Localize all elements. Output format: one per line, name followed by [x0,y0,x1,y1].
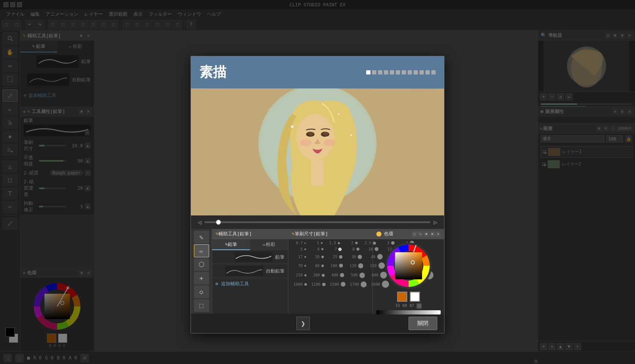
bs-20[interactable] [321,256,324,258]
svg-point-30 [338,113,340,115]
dot-9[interactable] [420,70,424,74]
modal-subtool-panel: ✎ 輔助工具[鉛筆] ✎ 鉛筆 ✏ 粉彩 [212,229,288,314]
modal-color-swatches [397,292,420,302]
bs-1200[interactable] [322,283,326,286]
modal-tool-shape[interactable]: ◇ [194,285,209,298]
bs-0.7[interactable] [304,243,306,244]
cw-btn3[interactable]: ⊞ [424,232,429,237]
dot-0[interactable] [366,70,370,74]
color-gradient-bar[interactable] [376,310,441,314]
modal-tool-pencil[interactable]: ✏ [194,244,209,257]
modal-color-header: 色環 ⬚ → ⊞ ⊟ ✕ [373,229,444,239]
modal-title: 素描 [199,63,226,82]
bs-1000[interactable] [304,283,307,286]
brush-row-3: 17 20 25 30 40 50 60 [291,253,370,260]
val-val: 87 [409,303,414,309]
bs-1[interactable] [321,242,323,244]
modal-add-subtool[interactable]: ⊕ 追加輔助工具 [212,278,288,290]
slider-left-icon: ◁ [198,219,201,226]
modal-tool-other[interactable]: ⬚ [194,299,209,312]
dot-2[interactable] [378,70,382,74]
bs-1.5[interactable] [338,242,340,244]
svg-point-28 [291,125,293,128]
modal-artwork [191,88,444,215]
dot-3[interactable] [384,70,388,74]
modal-tab-pencil[interactable]: ✎ 鉛筆 [212,239,250,250]
modal-dots [366,70,436,74]
dot-5[interactable] [396,70,400,74]
modal-tool-add[interactable]: + [194,272,209,284]
svg-point-29 [351,134,352,136]
modal-subtool-tabs: ✎ 鉛筆 ✏ 粉彩 [212,239,288,250]
brush-row-1: 0.7 1 1.5 2 2.5 3 4 [291,241,370,245]
hue-val: 33 [395,303,400,309]
bs-80[interactable] [321,265,324,267]
modal-overlay: × 素描 [0,0,635,364]
modal-bg-swatch[interactable] [410,292,420,302]
modal-fg-swatch[interactable] [397,292,407,302]
color-wheel-icon [376,232,381,237]
modal-bs-header: ✎ 筆刷尺寸[鉛筆] [288,229,373,239]
svg-point-26 [323,139,335,146]
modal-brushsize-panel: ✎ 筆刷尺寸[鉛筆] 0.7 1 1.5 2 2.5 3 4 [288,229,373,314]
cw-btn1[interactable]: ⬚ [412,232,417,237]
modal-color-wheel-container: 33 60 87 ⊙ [373,239,444,318]
modal-close-btn[interactable]: 關閉 [409,317,437,330]
dot-10[interactable] [425,70,430,74]
cw-btn5[interactable]: ✕ [436,232,441,237]
modal-slider-area: ◁ ▷ [191,215,444,229]
svg-rect-27 [311,160,324,186]
bs-300[interactable] [322,274,325,277]
brush-row-6: 1000 1200 1500 1700 2000 [291,281,370,288]
bs-5[interactable] [304,248,306,250]
bs-25[interactable] [339,255,342,259]
modal-timeline-slider[interactable] [204,221,430,223]
modal-subtool-pencil[interactable]: 鉛筆 [212,250,288,264]
modal-content: ✎ ✏ ⬡ + ◇ ⬚ ✎ 輔助工具[鉛筆] ✎ 鉛筆 [191,229,444,314]
dot-1[interactable] [372,70,376,74]
modal-subtool-header: ✎ 輔助工具[鉛筆] [212,229,288,239]
sat-val: 60 [403,303,407,309]
bs-6[interactable] [321,248,323,250]
bs-17[interactable] [304,256,306,258]
bs-120[interactable] [358,263,363,268]
bs-100[interactable] [339,264,343,267]
bs-30[interactable] [358,255,362,259]
slider-right-icon: ▷ [434,219,437,226]
svg-point-23 [308,132,313,135]
modal-color-panel: 色環 ⬚ → ⊞ ⊟ ✕ [373,229,444,314]
bs-7[interactable] [339,248,341,251]
modal-header: 素描 [191,56,444,88]
brush-sizes-grid: 0.7 1 1.5 2 2.5 3 4 5 6 7 8 10 [288,239,373,291]
modal-color-wheel[interactable] [385,243,432,289]
modal-tool-fill[interactable]: ⬡ [194,258,209,271]
cw-btn2[interactable]: → [418,232,423,237]
bs-2[interactable] [355,242,358,244]
dot-6[interactable] [402,70,406,74]
dot-8[interactable] [414,70,418,74]
svg-point-25 [300,139,312,146]
modal-tool-column: ✎ ✏ ⬡ + ◇ ⬚ [191,229,212,314]
color-settings-icon[interactable]: ⊙ [417,303,422,309]
cw-btn4[interactable]: ⊟ [430,232,435,237]
dot-4[interactable] [390,70,394,74]
bs-1700[interactable] [361,281,367,287]
modal-hsv-display: 33 60 87 ⊙ [395,303,422,309]
modal-tab-chalk[interactable]: ✏ 粉彩 [250,239,288,250]
modal-tool-pen[interactable]: ✎ [194,231,209,243]
bs-70[interactable] [304,265,306,267]
svg-point-24 [323,132,328,135]
brush-row-5: 250 300 400 500 600 700 800 [291,271,370,279]
bs-500[interactable] [359,273,365,278]
modal-subtool-auto[interactable]: 自動鉛筆 [212,264,288,278]
brush-row-4: 70 80 100 120 150 170 200 [291,262,370,270]
bs-8[interactable] [356,248,359,251]
dot-11[interactable] [431,70,436,74]
bs-400[interactable] [340,273,344,277]
brush-row-2: 5 6 7 8 10 12 15 [291,246,370,252]
svg-point-20 [296,114,334,160]
bs-1500[interactable] [341,282,345,287]
modal-next-btn[interactable]: ❯ [296,317,310,330]
dot-7[interactable] [408,70,412,74]
bs-250[interactable] [304,274,306,276]
